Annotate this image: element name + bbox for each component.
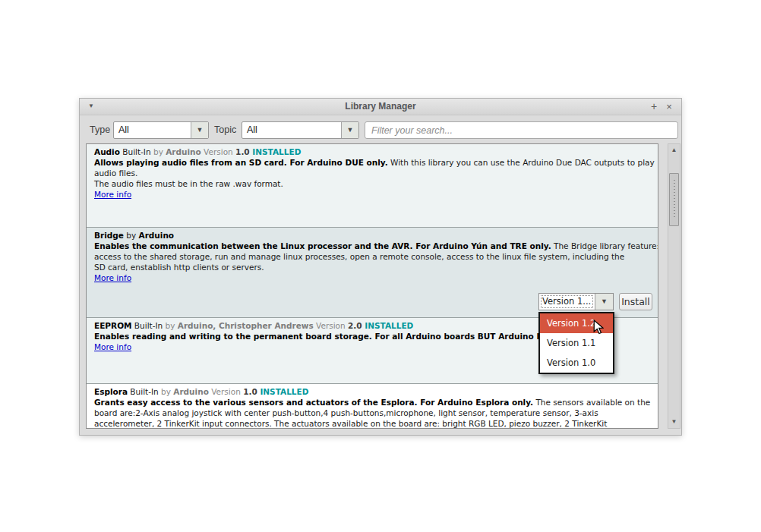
type-dropdown[interactable]: All ▼: [113, 121, 209, 139]
row-text-line: More info: [94, 189, 650, 200]
text-segment: Arduino: [166, 147, 201, 156]
title-bar[interactable]: ▼ Library Manager + ×: [80, 99, 681, 115]
text-segment: The sensors available on the: [533, 398, 650, 407]
chevron-down-icon[interactable]: ▼: [595, 294, 613, 310]
scrollbar-thumb[interactable]: [669, 173, 679, 226]
type-label: Type: [90, 124, 110, 135]
row-text-line: Esplora Built-In by Arduino Version 1.0 …: [94, 386, 650, 397]
library-row-esplora[interactable]: Esplora Built-In by Arduino Version 1.0 …: [87, 384, 658, 429]
vertical-scrollbar[interactable]: ▲ ▼: [668, 143, 680, 429]
row-text-line: More info: [94, 272, 650, 283]
topic-label: Topic: [214, 124, 236, 135]
text-segment: Bridge: [94, 231, 124, 240]
text-segment: board are:2-Axis analog joystick with ce…: [94, 408, 598, 417]
text-segment: by: [124, 231, 139, 240]
row-text-line: Bridge by Arduino: [94, 230, 650, 241]
text-segment: Built-In: [132, 321, 166, 330]
text-segment: by: [166, 321, 178, 330]
text-segment: Arduino: [139, 231, 175, 240]
text-segment: 1.0: [243, 387, 257, 396]
more-info-link[interactable]: More info: [94, 190, 131, 199]
text-segment: Esplora: [94, 387, 128, 396]
more-info-link[interactable]: More info: [94, 273, 131, 282]
installed-badge: INSTALLED: [250, 147, 302, 156]
text-segment: Grants easy access to the various sensor…: [94, 398, 533, 407]
row-text-line: board are:2-Axis analog joystick with ce…: [94, 408, 650, 418]
text-segment: by: [161, 387, 173, 396]
more-info-link[interactable]: More info: [94, 342, 131, 351]
library-list[interactable]: Audio Built-In by Arduino Version 1.0 IN…: [86, 143, 658, 429]
text-segment: SD card, enstablish http clients or serv…: [94, 263, 264, 272]
search-input[interactable]: [365, 121, 678, 139]
text-segment: Audio: [94, 147, 120, 156]
text-segment: Arduino, Christopher Andrews: [178, 321, 314, 330]
type-dropdown-value: All: [118, 124, 129, 135]
text-segment: accelerometer, 2 TinkerKit input connect…: [94, 419, 607, 428]
text-segment: The Bridge library feature:: [551, 241, 658, 250]
row-text-line: Grants easy access to the various sensor…: [94, 397, 650, 408]
topic-dropdown[interactable]: All ▼: [242, 121, 359, 139]
row-text-line: accelerometer, 2 TinkerKit input connect…: [94, 418, 650, 429]
mouse-cursor-icon: [593, 320, 604, 335]
install-button[interactable]: Install: [619, 293, 652, 310]
text-segment: Version: [209, 387, 243, 396]
text-segment: Allows playing audio files from an SD ca…: [94, 158, 388, 167]
row-text-line: Enables the communication between the Li…: [94, 241, 650, 251]
chevron-down-icon[interactable]: ▼: [341, 122, 358, 138]
version-option[interactable]: Version 1.1: [540, 333, 613, 353]
text-segment: by: [153, 147, 166, 156]
row-text-line: Allows playing audio files from an SD ca…: [94, 157, 650, 168]
scrollbar-grip: [674, 180, 675, 219]
row-text-line: The audio files must be in the raw .wav …: [94, 178, 650, 189]
maximize-button[interactable]: +: [648, 100, 660, 112]
library-manager-window: ▼ Library Manager + × Type All ▼ Topic A…: [79, 98, 682, 436]
text-segment: 1.0: [235, 147, 250, 156]
text-segment: Version: [201, 147, 235, 156]
text-segment: Enables reading and writing to the perma…: [94, 332, 558, 341]
chevron-down-icon[interactable]: ▼: [191, 122, 208, 138]
text-segment: Arduino: [173, 387, 209, 396]
scroll-up-icon[interactable]: ▲: [668, 146, 680, 155]
text-segment: The audio files must be in the raw .wav …: [94, 179, 283, 188]
row-text-line: Audio Built-In by Arduino Version 1.0 IN…: [94, 146, 650, 157]
focus-outline: [540, 294, 594, 309]
text-segment: Version: [314, 321, 348, 330]
text-segment: access to the shared storage, run and ma…: [94, 252, 624, 261]
text-segment: audio files.: [94, 168, 137, 178]
text-segment: With this library you can use the Arduin…: [388, 158, 655, 167]
close-button[interactable]: ×: [663, 101, 675, 112]
installed-badge: INSTALLED: [362, 321, 414, 330]
window-title: Library Manager: [80, 101, 681, 112]
text-segment: 2.0: [348, 321, 362, 330]
scroll-down-icon[interactable]: ▼: [668, 417, 680, 427]
text-segment: Enables the communication between the Li…: [94, 241, 551, 250]
row-text-line: SD card, enstablish http clients or serv…: [94, 262, 650, 272]
text-segment: Built-In: [128, 387, 161, 396]
topic-dropdown-value: All: [247, 124, 257, 135]
version-option[interactable]: Version 1.0: [540, 353, 613, 373]
installed-badge: INSTALLED: [257, 387, 309, 396]
row-text-line: audio files.: [94, 168, 650, 178]
text-segment: EEPROM: [94, 321, 132, 330]
library-row-audio[interactable]: Audio Built-In by Arduino Version 1.0 IN…: [87, 144, 658, 228]
text-segment: Built-In: [120, 147, 153, 156]
version-dropdown[interactable]: Version 1... ▼: [538, 293, 614, 310]
row-text-line: access to the shared storage, run and ma…: [94, 251, 650, 262]
